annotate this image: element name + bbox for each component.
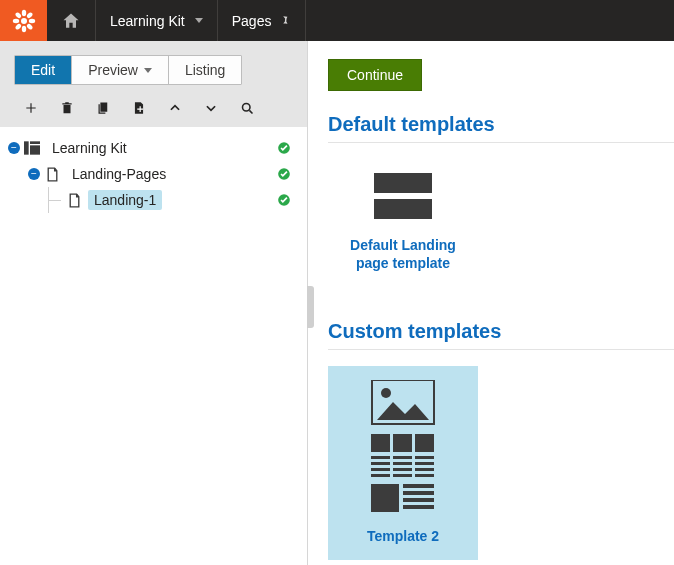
- template-label: Template 2: [336, 527, 470, 545]
- svg-rect-37: [403, 491, 434, 495]
- chevron-down-icon: [144, 68, 152, 73]
- tab-edit-label: Edit: [31, 62, 55, 78]
- page-icon: [66, 192, 82, 208]
- svg-point-19: [381, 388, 391, 398]
- template-label: Default Landing page template: [336, 236, 470, 272]
- mode-tabs: Edit Preview Listing: [14, 55, 242, 85]
- left-panel: Edit Preview Listing: [0, 41, 308, 565]
- svg-rect-31: [415, 468, 434, 471]
- template-2[interactable]: Template 2: [328, 366, 478, 559]
- breadcrumb-app-label: Pages: [232, 13, 272, 29]
- svg-rect-24: [393, 456, 412, 459]
- chevron-down-icon: [204, 101, 218, 115]
- search-button[interactable]: [238, 99, 256, 117]
- svg-rect-34: [415, 474, 434, 477]
- svg-rect-36: [403, 484, 434, 488]
- home-icon: [61, 11, 81, 31]
- page-icon: [44, 166, 60, 182]
- tree-toolbar: [0, 93, 307, 127]
- svg-rect-35: [371, 484, 399, 512]
- plus-icon: [24, 101, 38, 115]
- section-custom-templates: Custom templates: [328, 320, 674, 350]
- trash-icon: [60, 100, 74, 116]
- status-published-icon: [277, 167, 291, 181]
- svg-rect-10: [24, 141, 29, 154]
- svg-point-4: [28, 18, 34, 22]
- svg-point-9: [242, 103, 250, 111]
- svg-point-0: [21, 18, 27, 24]
- tab-listing-label: Listing: [185, 62, 225, 78]
- svg-rect-11: [30, 141, 40, 144]
- section-default-templates: Default templates: [328, 113, 674, 143]
- search-icon: [240, 101, 255, 116]
- svg-rect-21: [393, 434, 412, 452]
- svg-rect-17: [374, 199, 432, 219]
- move-down-button[interactable]: [202, 99, 220, 117]
- svg-rect-12: [30, 145, 40, 154]
- tree-node-landing-pages[interactable]: − Landing-Pages: [4, 161, 297, 187]
- main-layout: Edit Preview Listing: [0, 41, 674, 565]
- tree-node-label: Learning Kit: [46, 138, 133, 158]
- tab-preview[interactable]: Preview: [72, 56, 169, 84]
- svg-point-7: [25, 11, 33, 19]
- tree-node-landing-1[interactable]: Landing-1: [4, 187, 297, 213]
- tree-node-label: Landing-1: [88, 190, 162, 210]
- copy-icon: [96, 100, 111, 116]
- tree-node-label: Landing-Pages: [66, 164, 172, 184]
- svg-rect-33: [393, 474, 412, 477]
- continue-button[interactable]: Continue: [328, 59, 422, 91]
- svg-point-5: [14, 11, 22, 19]
- move-up-button[interactable]: [166, 99, 184, 117]
- template-thumbnail-icon: [371, 380, 435, 517]
- collapse-icon[interactable]: −: [28, 168, 40, 180]
- delete-button[interactable]: [58, 99, 76, 117]
- template-default-landing[interactable]: Default Landing page template: [328, 159, 478, 286]
- svg-point-3: [12, 18, 18, 22]
- tree-node-root[interactable]: − Learning Kit: [4, 135, 297, 161]
- svg-rect-16: [374, 173, 432, 193]
- content-tree: − Learning Kit − Landing-Pages: [0, 127, 307, 565]
- svg-rect-26: [371, 462, 390, 465]
- svg-rect-32: [371, 474, 390, 477]
- chevron-up-icon: [168, 101, 182, 115]
- site-icon: [24, 140, 40, 156]
- svg-rect-22: [415, 434, 434, 452]
- svg-point-8: [14, 22, 22, 30]
- app-logo-icon[interactable]: [0, 0, 47, 41]
- right-panel: Continue Default templates Default Landi…: [308, 41, 674, 565]
- svg-rect-25: [415, 456, 434, 459]
- home-button[interactable]: [47, 0, 96, 41]
- svg-point-1: [21, 9, 25, 15]
- pin-icon: [279, 13, 291, 29]
- new-doc-button[interactable]: [130, 99, 148, 117]
- tab-preview-label: Preview: [88, 62, 138, 78]
- file-plus-icon: [132, 100, 146, 116]
- svg-rect-29: [371, 468, 390, 471]
- collapse-icon[interactable]: −: [8, 142, 20, 154]
- splitter-handle[interactable]: [307, 286, 314, 328]
- copy-button[interactable]: [94, 99, 112, 117]
- tab-edit[interactable]: Edit: [15, 56, 72, 84]
- svg-rect-23: [371, 456, 390, 459]
- breadcrumb-app[interactable]: Pages: [218, 0, 307, 41]
- status-published-icon: [277, 193, 291, 207]
- tree-connector: [48, 187, 64, 213]
- svg-point-2: [21, 25, 25, 31]
- new-button[interactable]: [22, 99, 40, 117]
- breadcrumb-site[interactable]: Learning Kit: [96, 0, 218, 41]
- breadcrumb-site-label: Learning Kit: [110, 13, 185, 29]
- svg-rect-20: [371, 434, 390, 452]
- svg-rect-30: [393, 468, 412, 471]
- topbar: Learning Kit Pages: [0, 0, 674, 41]
- svg-point-6: [25, 22, 33, 30]
- status-published-icon: [277, 141, 291, 155]
- mode-tabs-wrap: Edit Preview Listing: [0, 41, 307, 93]
- svg-rect-27: [393, 462, 412, 465]
- chevron-down-icon: [195, 18, 203, 23]
- svg-rect-38: [403, 498, 434, 502]
- template-thumbnail-icon: [374, 173, 432, 226]
- svg-rect-28: [415, 462, 434, 465]
- tab-listing[interactable]: Listing: [169, 56, 241, 84]
- svg-rect-39: [403, 505, 434, 509]
